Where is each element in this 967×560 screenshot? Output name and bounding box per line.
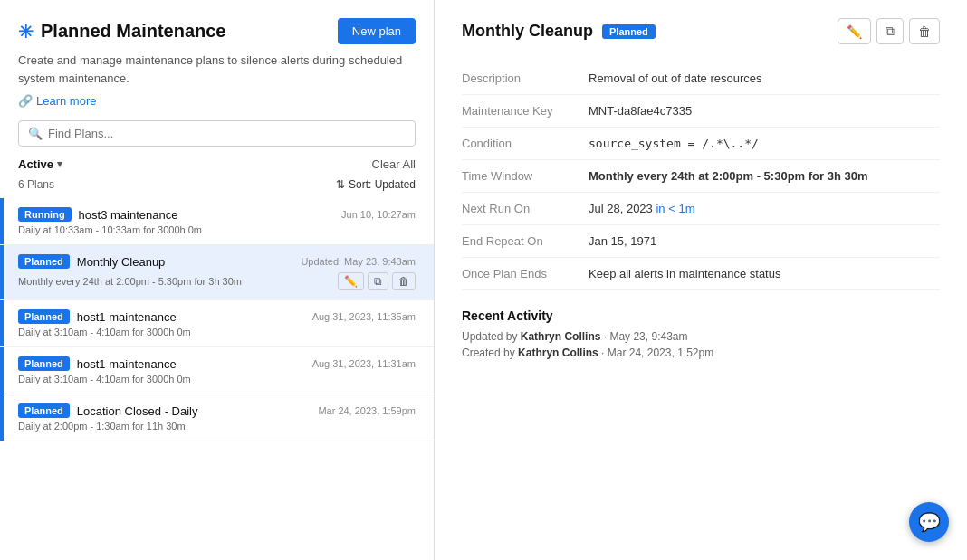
time-window-label: Time Window [462, 160, 589, 193]
list-item[interactable]: Planned Location Closed - Daily Mar 24, … [0, 394, 434, 441]
next-run-row: Next Run On Jul 28, 2023 in < 1m [462, 193, 940, 225]
plan-item-bar [0, 245, 4, 299]
search-icon: 🔍 [28, 127, 43, 140]
detail-table: Description Removal of out of date resou… [462, 62, 940, 290]
end-repeat-value: Jan 15, 1971 [589, 225, 940, 258]
clear-all-button[interactable]: Clear All [372, 157, 416, 171]
page-title: ✳ Planned Maintenance [18, 21, 226, 43]
description-label: Description [462, 62, 589, 95]
plan-name: host1 maintenance [77, 357, 177, 371]
plan-date: Updated: May 23, 9:43am [301, 256, 416, 267]
plan-item-bar [0, 300, 4, 346]
plan-name: Monthly Cleanup [77, 255, 166, 269]
activity-updated: Updated by Kathryn Collins · May 23, 9:4… [462, 330, 940, 343]
active-filter-button[interactable]: Active ▾ [18, 157, 62, 171]
created-user: Kathryn Collins [518, 346, 598, 359]
detail-status-badge: Planned [602, 24, 656, 39]
description-row: Description Removal of out of date resou… [462, 62, 940, 95]
created-date: Mar 24, 2023, 1:52pm [608, 346, 713, 359]
plan-subtitle: Daily at 10:33am - 10:33am for 3000h 0m [18, 224, 202, 235]
list-item[interactable]: Running host3 maintenance Jun 10, 10:27a… [0, 198, 434, 245]
maintenance-key-value: MNT-da8fae4c7335 [589, 95, 940, 128]
plan-item-bar [0, 347, 4, 394]
page-title-text: Planned Maintenance [41, 21, 226, 42]
list-item[interactable]: Planned host1 maintenance Aug 31, 2023, … [0, 300, 434, 347]
search-input-wrap: 🔍 [18, 120, 416, 147]
plan-item-title-row: Planned host1 maintenance [18, 356, 177, 371]
end-repeat-row: End Repeat On Jan 15, 1971 [462, 225, 940, 258]
chevron-down-icon: ▾ [57, 158, 62, 170]
plan-item-top: Planned Location Closed - Daily Mar 24, … [18, 403, 416, 418]
search-area: 🔍 [0, 120, 434, 157]
plan-name: host1 maintenance [77, 310, 177, 324]
page-description: Create and manage maintenance plans to s… [18, 52, 416, 87]
plan-subtitle: Daily at 3:10am - 4:10am for 3000h 0m [18, 327, 191, 337]
maintenance-key-row: Maintenance Key MNT-da8fae4c7335 [462, 95, 940, 128]
plan-subtitle: Monthly every 24th at 2:00pm - 5:30pm fo… [18, 276, 242, 287]
plan-date: Aug 31, 2023, 11:31am [312, 358, 416, 369]
plan-list: Running host3 maintenance Jun 10, 10:27a… [0, 198, 434, 560]
plan-item-bar [0, 198, 4, 244]
plan-item-top: Planned Monthly Cleanup Updated: May 23,… [18, 254, 416, 269]
chat-icon: 💬 [918, 511, 941, 533]
plan-item-top: Planned host1 maintenance Aug 31, 2023, … [18, 309, 416, 324]
plan-status-badge: Planned [18, 403, 70, 418]
active-filter-label: Active [18, 157, 53, 171]
right-panel: Monthly Cleanup Planned ✏️ ⧉ 🗑 Descripti… [435, 0, 967, 560]
activity-created: Created by Kathryn Collins · Mar 24, 202… [462, 346, 940, 359]
edit-button[interactable]: ✏️ [838, 18, 871, 44]
sort-button[interactable]: ⇅ Sort: Updated [336, 178, 416, 191]
plan-status-badge: Planned [18, 309, 70, 324]
plan-status-badge: Planned [18, 356, 70, 371]
end-repeat-label: End Repeat On [462, 225, 589, 258]
condition-row: Condition source_system = /.*\..*/ [462, 128, 940, 160]
plan-date: Mar 24, 2023, 1:59pm [318, 405, 416, 416]
detail-actions: ✏️ ⧉ 🗑 [838, 18, 940, 44]
chat-bubble[interactable]: 💬 [909, 502, 949, 542]
plan-item-top: Planned host1 maintenance Aug 31, 2023, … [18, 356, 416, 371]
plan-item-title-row: Planned host1 maintenance [18, 309, 177, 324]
plan-name: Location Closed - Daily [77, 404, 198, 418]
new-plan-button[interactable]: New plan [338, 18, 416, 44]
time-window-row: Time Window Monthly every 24th at 2:00pm… [462, 160, 940, 193]
plan-subtitle: Daily at 3:10am - 4:10am for 3000h 0m [18, 374, 191, 384]
next-run-value: Jul 28, 2023 in < 1m [589, 193, 940, 225]
list-item[interactable]: Planned Monthly Cleanup Updated: May 23,… [0, 245, 434, 300]
edit-plan-button[interactable]: ✏️ [338, 272, 364, 290]
once-plan-ends-value: Keep all alerts in maintenance status [589, 258, 940, 290]
copy-plan-button[interactable]: ⧉ [368, 272, 388, 290]
plan-item-top: Running host3 maintenance Jun 10, 10:27a… [18, 207, 416, 222]
copy-button[interactable]: ⧉ [876, 18, 904, 44]
search-input[interactable] [48, 127, 406, 140]
wrench-icon: ✳ [18, 21, 34, 43]
detail-header: Monthly Cleanup Planned ✏️ ⧉ 🗑 [462, 18, 940, 44]
plans-count: 6 Plans [18, 178, 54, 191]
condition-value: source_system = /.*\..*/ [589, 128, 940, 160]
delete-plan-button[interactable]: 🗑 [392, 272, 416, 290]
plan-status-badge: Running [18, 207, 72, 222]
updated-user: Kathryn Collins [521, 330, 601, 343]
maintenance-key-label: Maintenance Key [462, 95, 589, 128]
link-icon: 🔗 [18, 94, 33, 108]
recent-activity: Recent Activity Updated by Kathryn Colli… [462, 308, 940, 359]
delete-button[interactable]: 🗑 [909, 18, 940, 44]
plan-name: host3 maintenance [79, 208, 178, 222]
plan-item-actions: ✏️ ⧉ 🗑 [338, 272, 416, 290]
plans-meta: 6 Plans ⇅ Sort: Updated [0, 178, 434, 198]
plan-subtitle: Daily at 2:00pm - 1:30am for 11h 30m [18, 421, 186, 432]
plan-date: Jun 10, 10:27am [341, 209, 416, 220]
once-plan-ends-label: Once Plan Ends [462, 258, 589, 290]
left-header: ✳ Planned Maintenance New plan Create an… [0, 0, 434, 120]
plan-item-title-row: Planned Monthly Cleanup [18, 254, 165, 269]
sort-icon: ⇅ [336, 178, 345, 191]
header-top: ✳ Planned Maintenance New plan [18, 18, 416, 44]
plan-item-title-row: Planned Location Closed - Daily [18, 403, 197, 418]
description-value: Removal of out of date resources [589, 62, 940, 95]
plan-status-badge: Planned [18, 254, 70, 269]
updated-date: May 23, 9:43am [609, 330, 687, 343]
list-item[interactable]: Planned host1 maintenance Aug 31, 2023, … [0, 347, 434, 394]
learn-more-link[interactable]: 🔗 Learn more [18, 94, 416, 108]
recent-activity-title: Recent Activity [462, 308, 940, 323]
plan-item-bar [0, 394, 4, 441]
detail-title-row: Monthly Cleanup Planned [462, 22, 656, 41]
